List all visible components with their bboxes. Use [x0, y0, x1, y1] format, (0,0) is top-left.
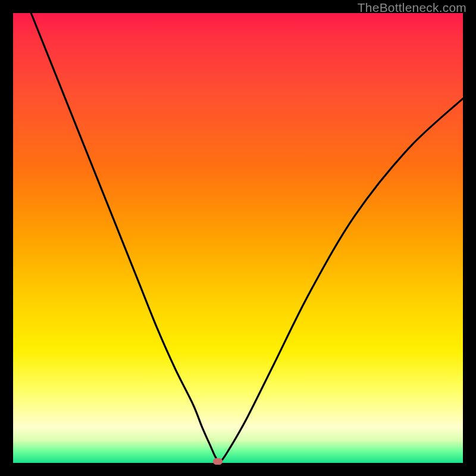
chart-frame: TheBottleneck.com — [0, 0, 476, 476]
watermark-text: TheBottleneck.com — [358, 1, 466, 15]
bottleneck-curve — [13, 13, 463, 463]
plot-area — [13, 13, 463, 463]
optimum-marker — [213, 458, 223, 465]
